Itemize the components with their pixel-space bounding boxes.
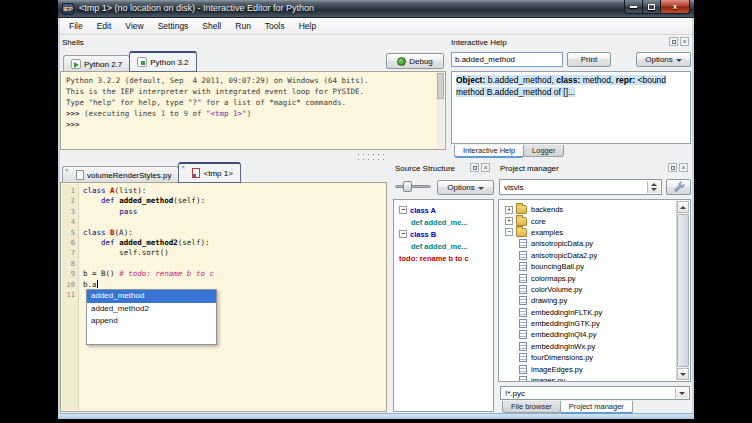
print-button[interactable]: Print	[567, 52, 611, 67]
tab-close-icon[interactable]: ×	[65, 167, 69, 173]
help-content-area[interactable]: Object: b.added_method, class: method, r…	[451, 71, 691, 144]
maximize-button[interactable]	[642, 0, 661, 14]
tree-row[interactable]: colormaps.py	[501, 272, 688, 283]
structure-item[interactable]: class B	[396, 228, 491, 240]
structure-depth-slider[interactable]	[395, 180, 431, 194]
line-number: 10	[62, 280, 79, 290]
expander-icon[interactable]	[505, 206, 513, 214]
structure-item[interactable]: class A	[396, 204, 491, 216]
tree-row[interactable]: core	[501, 215, 688, 226]
tree-row[interactable]: anisotropicData.py	[501, 238, 688, 249]
tree-row[interactable]: anisotropicData2.py	[501, 250, 688, 261]
help-content-text: Object: b.added_method, class: method, r…	[456, 75, 686, 98]
shell-scrollbar[interactable]	[437, 73, 444, 148]
code-line: 2 def added_method(self):	[62, 196, 385, 206]
splitter-handle[interactable]	[356, 153, 388, 156]
scroll-up-button[interactable]	[677, 201, 689, 213]
autocomplete-item[interactable]: append	[87, 315, 216, 328]
shell-tab-label: Python 2.7	[84, 60, 122, 69]
scrollbar-thumb[interactable]	[677, 214, 689, 367]
tree-row[interactable]: backends	[501, 204, 688, 215]
editor-tab-label: <tmp 1>	[203, 169, 232, 178]
window-border-right	[692, 18, 694, 413]
tool-tab[interactable]: File browser	[502, 401, 561, 413]
help-tab[interactable]: Logger	[523, 145, 564, 157]
tree-row[interactable]: fourDimensions.py	[501, 352, 688, 363]
close-button[interactable]: x	[660, 0, 690, 14]
tree-row[interactable]: embeddingInQt4.py	[501, 329, 688, 340]
structure-item[interactable]: todo: rename b to c	[396, 252, 491, 264]
code-line: 7 self.sort()	[62, 248, 385, 258]
tree-row[interactable]: embeddingInWx.py	[501, 341, 688, 352]
minimize-button[interactable]	[624, 0, 643, 14]
menu-item-tools[interactable]: Tools	[258, 19, 292, 33]
tree-row[interactable]: embeddingInFLTK.py	[501, 307, 688, 318]
structure-item[interactable]: def added_me...	[396, 216, 491, 228]
tab-close-icon[interactable]: ×	[181, 164, 185, 170]
structure-item-label: def added_me...	[411, 218, 468, 227]
shell-tab[interactable]: Python 3.2	[129, 51, 196, 72]
help-options-button[interactable]: Options	[636, 52, 691, 67]
app-window: IEP <tmp 1> (no location on disk) - Inte…	[58, 0, 694, 419]
expander-icon[interactable]	[399, 206, 407, 214]
shell-tab-label: Python 3.2	[150, 58, 188, 67]
structure-options-button[interactable]: Options	[437, 180, 494, 195]
tree-row[interactable]: drawing.py	[501, 295, 688, 306]
menu-item-run[interactable]: Run	[228, 19, 258, 33]
file-icon	[519, 308, 527, 317]
float-icon[interactable]	[668, 163, 677, 172]
float-icon[interactable]	[470, 163, 479, 172]
tree-item-label: embeddingInGTK.py	[531, 319, 600, 328]
tree-row[interactable]: embeddingInGTK.py	[501, 318, 688, 329]
tree-item-label: images.py	[531, 376, 565, 382]
structure-item[interactable]: def added_me...	[396, 240, 491, 252]
editor-tab[interactable]: ×volumeRenderStyles.py	[62, 166, 179, 183]
editor-tab[interactable]: ×<tmp 1>	[178, 162, 240, 183]
slider-handle[interactable]	[403, 181, 412, 192]
project-file-tree: backendscoreexamplesanisotropicData.pyan…	[498, 199, 691, 382]
panel-close-icon[interactable]	[481, 163, 490, 172]
autocomplete-popup: added_methodadded_method2append	[86, 289, 217, 345]
minimize-icon	[630, 6, 637, 8]
shell-tab[interactable]: Python 2.7	[63, 55, 130, 72]
tree-row[interactable]: colorVolume.py	[501, 284, 688, 295]
tree-row[interactable]: images.py	[501, 375, 688, 382]
project-select-combo[interactable]: visvis	[499, 179, 662, 195]
menu-item-view[interactable]: View	[118, 19, 150, 33]
help-tab[interactable]: Interactive Help	[454, 145, 524, 158]
tree-row[interactable]: imageEdges.py	[501, 363, 688, 374]
tree-row[interactable]: examples	[501, 227, 688, 238]
menu-item-file[interactable]: File	[62, 19, 90, 33]
project-config-button[interactable]	[666, 179, 691, 195]
debug-button[interactable]: Debug	[386, 53, 444, 69]
shell-output-area[interactable]: Python 3.2.2 (default, Sep 4 2011, 09:07…	[60, 71, 446, 150]
scroll-down-button[interactable]	[677, 368, 689, 380]
panel-close-icon[interactable]	[680, 37, 689, 46]
shell-line: >>>	[66, 119, 435, 130]
title-bar[interactable]: IEP <tmp 1> (no location on disk) - Inte…	[58, 0, 694, 18]
tool-tab[interactable]: Project manager	[560, 401, 633, 414]
panel-close-icon[interactable]	[679, 163, 688, 172]
tree-item-label: anisotropicData.py	[531, 239, 593, 248]
combo-spinner[interactable]	[647, 181, 660, 193]
menu-item-edit[interactable]: Edit	[90, 19, 119, 33]
text-cursor	[97, 280, 98, 288]
expander-icon[interactable]	[505, 228, 513, 236]
menu-item-help[interactable]: Help	[292, 19, 323, 33]
help-query-input[interactable]	[451, 52, 563, 67]
menu-item-settings[interactable]: Settings	[151, 19, 196, 33]
tree-item-label: embeddingInWx.py	[531, 342, 595, 351]
editor-tab-bar: ×volumeRenderStyles.py×<tmp 1>	[62, 162, 240, 183]
menu-item-shell[interactable]: Shell	[195, 19, 228, 33]
project-tree-scrollbar[interactable]	[676, 201, 689, 380]
file-filter-combo[interactable]: !*.pyc	[500, 386, 690, 400]
autocomplete-item[interactable]: added_method	[87, 290, 216, 303]
autocomplete-item[interactable]: added_method2	[87, 303, 216, 316]
tree-row[interactable]: bouncingBall.py	[501, 261, 688, 272]
combo-dropdown-button[interactable]	[675, 388, 688, 398]
file-icon	[519, 319, 527, 328]
float-icon[interactable]	[669, 37, 678, 46]
expander-icon[interactable]	[399, 230, 407, 238]
expander-icon[interactable]	[505, 217, 513, 225]
splitter-handle[interactable]	[356, 158, 388, 161]
